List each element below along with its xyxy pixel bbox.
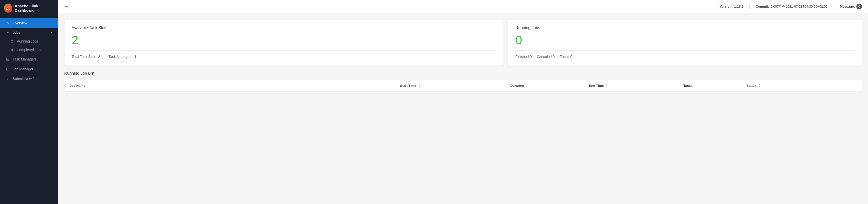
completed-jobs-icon: ⊗ xyxy=(10,48,14,52)
version-label: Version: xyxy=(719,5,733,8)
running-jobs-icon: ⊙ xyxy=(10,39,14,43)
col-duration-label: Duration xyxy=(510,84,524,88)
end-time-sort-icon[interactable]: ▲ ▼ xyxy=(606,84,608,88)
menu-icon[interactable]: ☰ xyxy=(64,4,68,9)
header-divider-2 xyxy=(834,4,834,9)
col-status-label: Status xyxy=(746,84,756,88)
running-jobs-stats: Finished 0 Canceled 0 Failed 0 xyxy=(516,55,855,59)
sidebar: 🦊 Apache Flink Dashboard ○ Overview ≡ Jo… xyxy=(0,0,58,204)
sidebar-item-running-jobs[interactable]: ⊙ Running Jobs xyxy=(0,37,58,46)
col-header-tasks: Tasks xyxy=(683,84,746,88)
sidebar-item-job-manager[interactable]: ⊡ Job Manager xyxy=(0,64,58,74)
version-info: Version: 1.13.2 xyxy=(719,5,743,8)
overview-cards: Available Task Slots 2 Total Task Slots … xyxy=(64,19,862,65)
jobs-icon: ≡ xyxy=(5,30,10,34)
message-label: Message: xyxy=(840,5,855,8)
chevron-up-icon: ▲ xyxy=(50,31,53,34)
col-header-end-time[interactable]: End Time ▲ ▼ xyxy=(589,84,683,88)
running-jobs-card: Running Jobs 0 Finished 0 Canceled 0 xyxy=(508,19,862,65)
table-header-row: Job Name Start Time ▲ ▼ Duration ▲ xyxy=(64,80,862,92)
task-slots-count: 2 xyxy=(71,34,496,46)
sidebar-item-completed-jobs[interactable]: ⊗ Completed Jobs xyxy=(0,46,58,54)
sidebar-item-submit-new-job[interactable]: ↓ Submit New Job xyxy=(0,74,58,84)
app-title: Apache Flink Dashboard xyxy=(15,4,54,12)
task-managers-icon: ⊞ xyxy=(5,57,10,61)
jobs-children: ⊙ Running Jobs ⊗ Completed Jobs xyxy=(0,37,58,54)
header-divider-1 xyxy=(749,4,750,9)
running-job-table: Job Name Start Time ▲ ▼ Duration ▲ xyxy=(64,80,862,92)
submit-job-icon: ↓ xyxy=(5,77,10,81)
overview-icon: ○ xyxy=(5,21,10,25)
commit-value: 5f007ff @ 2021-07-23T04:35:55+02:00 xyxy=(771,5,828,8)
canceled-stat: Canceled 0 xyxy=(537,55,555,59)
available-task-slots-card: Available Task Slots 2 Total Task Slots … xyxy=(64,19,503,65)
running-job-list-title: Running Job List xyxy=(64,71,862,76)
main-content: ☰ Version: 1.13.2 Commit: 5f007ff @ 2021… xyxy=(58,0,868,204)
message-badge: 0 xyxy=(856,4,862,9)
stats-sep-2 xyxy=(556,55,558,59)
col-header-job-name: Job Name xyxy=(69,84,400,88)
message-info: Message: 0 xyxy=(840,4,862,9)
stats-divider xyxy=(104,55,104,59)
col-header-status[interactable]: Status ▲ ▼ xyxy=(746,84,857,88)
canceled-count: 0 xyxy=(553,55,555,59)
finished-label: Finished xyxy=(516,55,529,59)
sidebar-section-jobs-label: Jobs xyxy=(13,30,20,34)
sidebar-item-job-manager-label: Job Manager xyxy=(13,67,33,71)
failed-count: 0 xyxy=(570,55,572,59)
canceled-label: Canceled xyxy=(537,55,552,59)
col-job-name-label: Job Name xyxy=(69,84,85,88)
task-slots-stats: Total Task Slots 2 Task Managers 1 xyxy=(71,55,496,59)
header: ☰ Version: 1.13.2 Commit: 5f007ff @ 2021… xyxy=(58,0,868,13)
sidebar-navigation: ○ Overview ≡ Jobs ▲ ⊙ Running Jobs ⊗ Com… xyxy=(0,16,58,204)
version-value: 1.13.2 xyxy=(734,5,743,8)
failed-label: Failed xyxy=(560,55,569,59)
duration-sort-icon[interactable]: ▲ ▼ xyxy=(526,84,528,88)
page-content: Available Task Slots 2 Total Task Slots … xyxy=(58,13,868,204)
sidebar-item-task-managers[interactable]: ⊞ Task Managers xyxy=(0,54,58,64)
stats-sep-1 xyxy=(533,55,535,59)
task-managers-label: Task Managers xyxy=(108,55,132,59)
sidebar-item-submit-new-job-label: Submit New Job xyxy=(13,77,38,81)
task-managers-value: 1 xyxy=(134,55,136,59)
running-jobs-card-divider xyxy=(516,50,855,51)
task-slots-card-title: Available Task Slots xyxy=(71,26,496,30)
col-header-start-time[interactable]: Start Time ▲ ▼ xyxy=(400,84,510,88)
failed-stat: Failed 0 xyxy=(560,55,572,59)
card-divider xyxy=(71,50,496,51)
commit-info: Commit: 5f007ff @ 2021-07-23T04:35:55+02… xyxy=(756,5,828,8)
finished-count: 0 xyxy=(530,55,532,59)
sidebar-logo: 🦊 Apache Flink Dashboard xyxy=(0,0,58,16)
col-tasks-label: Tasks xyxy=(683,84,692,88)
col-header-duration[interactable]: Duration ▲ ▼ xyxy=(510,84,589,88)
col-start-time-label: Start Time xyxy=(400,84,416,88)
commit-label: Commit: xyxy=(756,5,769,8)
sidebar-item-task-managers-label: Task Managers xyxy=(13,57,37,61)
total-task-slots-label: Total Task Slots xyxy=(71,55,96,59)
status-sort-icon[interactable]: ▲ ▼ xyxy=(758,84,761,88)
finished-stat: Finished 0 xyxy=(516,55,532,59)
sidebar-item-running-jobs-label: Running Jobs xyxy=(17,39,38,43)
running-job-list-section: Running Job List Job Name Start Time ▲ ▼ xyxy=(64,71,862,92)
job-manager-icon: ⊡ xyxy=(5,66,10,71)
sidebar-section-jobs[interactable]: ≡ Jobs ▲ xyxy=(0,28,58,37)
app-logo-icon: 🦊 xyxy=(4,4,12,13)
sidebar-item-overview[interactable]: ○ Overview xyxy=(0,18,58,28)
total-task-slots-value: 2 xyxy=(98,55,100,59)
col-end-time-label: End Time xyxy=(589,84,604,88)
sidebar-item-overview-label: Overview xyxy=(13,21,27,25)
start-time-sort-icon[interactable]: ▲ ▼ xyxy=(418,84,420,88)
sidebar-item-completed-jobs-label: Completed Jobs xyxy=(17,48,42,52)
running-jobs-count: 0 xyxy=(516,34,855,46)
running-jobs-card-title: Running Jobs xyxy=(516,26,855,30)
